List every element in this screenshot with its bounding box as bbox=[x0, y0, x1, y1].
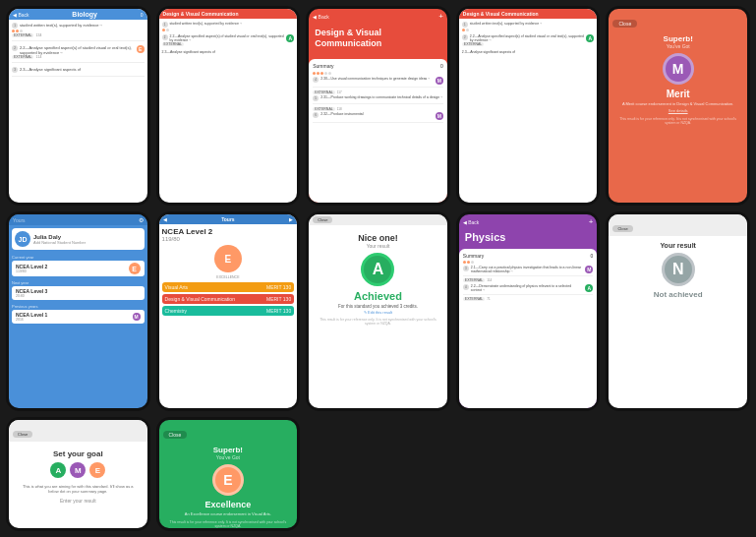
subject-chemistry[interactable]: Chemistry MERIT 130 bbox=[162, 306, 295, 316]
phone-achieved: Close Nice one! Your result A Achieved F… bbox=[306, 211, 450, 411]
merit-footer: This result is for your reference only. … bbox=[609, 117, 747, 125]
profile-card: JD Julia Daly Add National Student Numbe… bbox=[12, 228, 145, 250]
merit-you-got: You've Got bbox=[609, 43, 747, 49]
biology-row-2: 3 2.3—Analyse significant aspects of bbox=[12, 67, 145, 77]
biology-screen: ◀ Back Biology 0 1 studied written text(… bbox=[9, 9, 147, 203]
next-year-block: Next year NCEA Level 3 20:80 bbox=[12, 280, 145, 300]
current-year-block: Current year NCEA Level 2 119/80 E bbox=[12, 255, 145, 276]
phone-biology: ◀ Back Biology 0 1 studied written text(… bbox=[6, 6, 150, 206]
physics-std-0: 3 2.1—Carry out a practical physics inve… bbox=[463, 266, 594, 276]
dv-summary-count: 0 bbox=[440, 63, 443, 69]
ncea-content: NCEA Level 2 119/80 E EXCELLENCE Visual … bbox=[159, 224, 298, 321]
credits-text: For this standard you achieved 3 credits… bbox=[338, 304, 418, 309]
phone-grid: ◀ Back Biology 0 1 studied written text(… bbox=[0, 0, 756, 537]
excellence-superb: Superb! bbox=[159, 444, 298, 454]
goal-merit[interactable]: M bbox=[70, 462, 86, 478]
profile-screen: Yours ⚙ JD Julia Daly Add National Stude… bbox=[9, 214, 147, 408]
physics-summary-count: 0 bbox=[591, 253, 594, 259]
ncea-credits: 119/80 bbox=[162, 236, 213, 242]
ncea-header: ◀ Tours ▶ bbox=[159, 214, 298, 224]
dv-plus[interactable]: + bbox=[438, 12, 443, 21]
subject-credits-2: MERIT 130 bbox=[266, 308, 291, 314]
set-goal-screen: Close Set your goal A M E This is what y… bbox=[9, 420, 147, 528]
merit-close[interactable]: Close bbox=[612, 20, 637, 28]
merit-see-detail[interactable]: See details bbox=[609, 108, 747, 113]
enter-result-label: Enter your result bbox=[60, 498, 96, 504]
physics-plus[interactable]: + bbox=[589, 217, 594, 226]
phone-set-goal: Close Set your goal A M E This is what y… bbox=[6, 417, 150, 531]
prev-year-block: Previous years NCEA Level 1 2016 M bbox=[12, 304, 145, 324]
achieved-label: Achieved bbox=[354, 290, 402, 302]
merit-superb: Superb! bbox=[609, 32, 747, 43]
goal-options: A M E bbox=[50, 462, 105, 478]
phone-merit: Close Superb! You've Got M Merit A Merit… bbox=[606, 6, 750, 206]
merit-screen: Close Superb! You've Got M Merit A Merit… bbox=[609, 9, 747, 203]
not-achieved-screen: Close Your result N Not achieved bbox=[609, 214, 747, 408]
profile-header: Yours ⚙ bbox=[9, 214, 147, 225]
prev-qual-card: NCEA Level 1 2016 M bbox=[12, 310, 145, 324]
not-achieved-badge: N bbox=[662, 253, 695, 286]
phone-physics: ◀ Back + Physics Summary 0 3 2.1—Carry o… bbox=[456, 211, 601, 411]
achieved-close[interactable]: Close bbox=[313, 216, 332, 223]
biology-title: Biology bbox=[72, 11, 97, 18]
prev-year-label: Previous years bbox=[12, 304, 145, 309]
phone-ncea-level2: ◀ Tours ▶ NCEA Level 2 119/80 E EXCELLEN… bbox=[156, 211, 301, 411]
nice-one-label: Nice one! bbox=[358, 233, 398, 243]
ncea-badge: E bbox=[214, 245, 242, 272]
current-qual-badge: E bbox=[129, 263, 141, 274]
biology-score: 0 bbox=[141, 12, 144, 18]
merit-label: Merit bbox=[609, 89, 747, 99]
current-qual-sub: 119/80 bbox=[16, 269, 47, 273]
subject-name-1: Design & Visual Communication bbox=[165, 296, 235, 302]
dtr-header: Design & Visual Communication bbox=[459, 9, 598, 19]
physics-title: Physics bbox=[465, 231, 592, 243]
design-top-right-screen: Design & Visual Communication 1 studied … bbox=[459, 9, 598, 203]
next-qual-card: NCEA Level 3 20:80 bbox=[12, 286, 145, 300]
subject-design[interactable]: Design & Visual Communication MERIT 130 bbox=[162, 294, 295, 304]
prev-qual-year: 2016 bbox=[16, 318, 47, 322]
biology-row-0: 1 studied written text(s), supported by … bbox=[12, 23, 145, 41]
set-goal-close[interactable]: Close bbox=[13, 431, 32, 438]
profile-header-label: Yours bbox=[13, 217, 26, 223]
physics-content: Summary 0 3 2.1—Carry out a practical ph… bbox=[459, 249, 598, 408]
edit-result[interactable]: ✎ Edit this result bbox=[364, 310, 392, 315]
dv-std-0: 4 2.30—Use visual communication techniqu… bbox=[313, 77, 443, 88]
dtr-content: 1 studied written text(s), supported by … bbox=[459, 19, 598, 57]
design-visual-screen: ◀ Back + Design & Visual Communication S… bbox=[309, 9, 447, 203]
back-button[interactable]: ◀ Back bbox=[13, 12, 29, 18]
prev-qual-badge: M bbox=[133, 313, 141, 321]
dv-header: ◀ Back + bbox=[309, 9, 447, 24]
current-year-label: Current year bbox=[12, 255, 145, 260]
excellence-footer: This result is for your reference only. … bbox=[159, 520, 298, 528]
set-goal-header: Close bbox=[9, 420, 147, 442]
not-achieved-label: Not achieved bbox=[654, 290, 703, 299]
dv-back[interactable]: ◀ Back bbox=[313, 14, 329, 20]
next-qual-sub: 20:80 bbox=[16, 294, 47, 298]
physics-header: ◀ Back + bbox=[459, 214, 598, 229]
design-partial-screen: Design & Visual Communication 1 studied … bbox=[159, 9, 298, 203]
physics-std-1: 4 2.2—Demonstrate understanding of physi… bbox=[463, 284, 594, 295]
excellence-label: Excellence bbox=[159, 500, 298, 509]
physics-title-block: Physics bbox=[459, 229, 598, 249]
current-qual-card: NCEA Level 2 119/80 E bbox=[12, 261, 145, 276]
achieved-badge: A bbox=[361, 253, 394, 286]
goal-excellence[interactable]: E bbox=[89, 462, 105, 478]
not-achieved-result-title: Your result bbox=[660, 242, 695, 249]
subject-name-2: Chemistry bbox=[165, 308, 188, 314]
excellence-close[interactable]: Close bbox=[163, 431, 188, 439]
achieved-header: Close bbox=[309, 214, 447, 225]
ncea-level-title: NCEA Level 2 bbox=[162, 227, 213, 236]
physics-summary-label: Summary bbox=[463, 253, 484, 259]
set-goal-content: Set your goal A M E This is what you are… bbox=[9, 442, 147, 528]
design-partial-header: Design & Visual Communication bbox=[159, 9, 298, 19]
dv-std-1: 5 2.31—Produce working drawings to commu… bbox=[313, 95, 443, 104]
ncea-back[interactable]: ◀ bbox=[163, 216, 167, 222]
phone-design-visual: ◀ Back + Design & Visual Communication S… bbox=[306, 6, 450, 206]
merit-desc: A Merit course endorsement in Design & V… bbox=[609, 101, 747, 106]
ncea-next[interactable]: ▶ bbox=[289, 216, 293, 222]
not-achieved-close[interactable]: Close bbox=[612, 225, 632, 232]
achieved-screen: Close Nice one! Your result A Achieved F… bbox=[309, 214, 447, 408]
subject-visual-arts[interactable]: Visual Arts MERIT 130 bbox=[162, 282, 295, 292]
goal-achieved[interactable]: A bbox=[50, 462, 66, 478]
physics-back[interactable]: ◀ Back bbox=[463, 219, 480, 225]
